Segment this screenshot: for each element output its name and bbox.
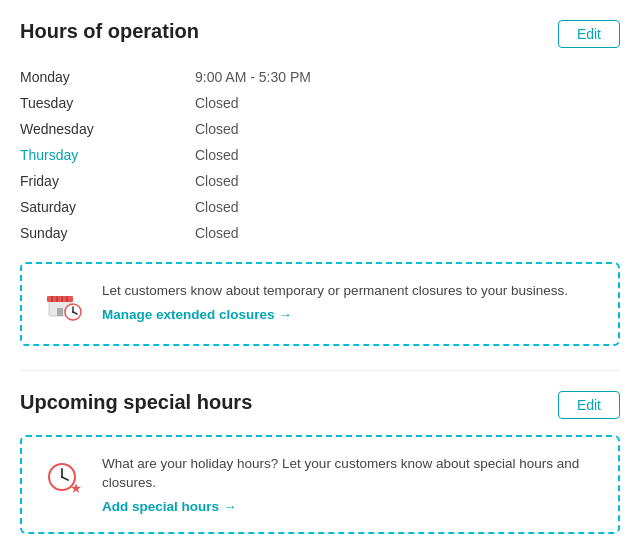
svg-point-11 xyxy=(72,311,74,313)
section-divider xyxy=(20,370,620,371)
table-row: Monday9:00 AM - 5:30 PM xyxy=(20,64,620,90)
table-row: SundayClosed xyxy=(20,220,620,246)
svg-point-16 xyxy=(61,476,63,478)
add-special-hours-link[interactable]: Add special hours → xyxy=(102,499,598,514)
day-label: Saturday xyxy=(20,194,195,220)
special-hours-title: Upcoming special hours xyxy=(20,391,252,414)
hours-edit-button[interactable]: Edit xyxy=(558,20,620,48)
special-hours-section: Upcoming special hours Edit What are you… xyxy=(20,391,620,534)
day-hours: Closed xyxy=(195,194,620,220)
special-hours-card-body: What are your holiday hours? Let your cu… xyxy=(102,455,598,514)
clock-star-icon xyxy=(42,455,86,499)
special-hours-header: Upcoming special hours Edit xyxy=(20,391,620,419)
day-hours: Closed xyxy=(195,116,620,142)
day-label: Thursday xyxy=(20,142,195,168)
table-row: TuesdayClosed xyxy=(20,90,620,116)
hours-section-title: Hours of operation xyxy=(20,20,199,43)
closures-card-body: Let customers know about temporary or pe… xyxy=(102,282,568,322)
hours-section-header: Hours of operation Edit xyxy=(20,20,620,48)
table-row: ThursdayClosed xyxy=(20,142,620,168)
day-label: Friday xyxy=(20,168,195,194)
day-hours: Closed xyxy=(195,220,620,246)
table-row: WednesdayClosed xyxy=(20,116,620,142)
day-label: Sunday xyxy=(20,220,195,246)
store-closed-icon xyxy=(42,282,86,326)
closures-card-text: Let customers know about temporary or pe… xyxy=(102,282,568,301)
day-hours: Closed xyxy=(195,90,620,116)
day-hours: 9:00 AM - 5:30 PM xyxy=(195,64,620,90)
svg-rect-1 xyxy=(47,296,73,302)
table-row: FridayClosed xyxy=(20,168,620,194)
special-hours-edit-button[interactable]: Edit xyxy=(558,391,620,419)
table-row: SaturdayClosed xyxy=(20,194,620,220)
hours-table: Monday9:00 AM - 5:30 PMTuesdayClosedWedn… xyxy=(20,64,620,246)
special-hours-card: What are your holiday hours? Let your cu… xyxy=(20,435,620,534)
day-label: Wednesday xyxy=(20,116,195,142)
day-hours: Closed xyxy=(195,142,620,168)
extended-closures-card: Let customers know about temporary or pe… xyxy=(20,262,620,346)
hours-of-operation-section: Hours of operation Edit Monday9:00 AM - … xyxy=(20,20,620,346)
special-hours-card-text: What are your holiday hours? Let your cu… xyxy=(102,455,598,493)
day-label: Tuesday xyxy=(20,90,195,116)
manage-closures-link[interactable]: Manage extended closures → xyxy=(102,307,568,322)
svg-rect-6 xyxy=(57,308,63,316)
day-hours: Closed xyxy=(195,168,620,194)
day-label: Monday xyxy=(20,64,195,90)
